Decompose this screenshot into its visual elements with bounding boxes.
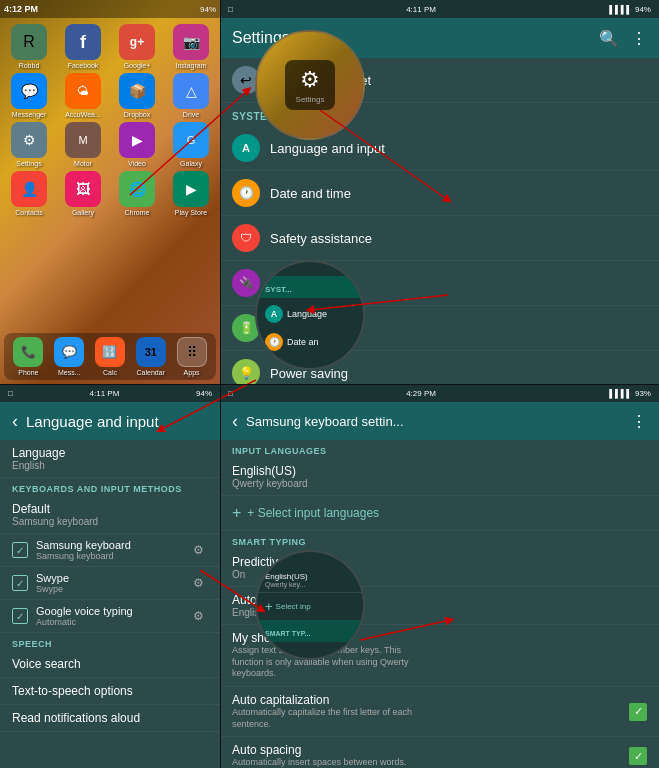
dock-apps[interactable]: ⠿ Apps bbox=[177, 337, 207, 376]
kb-more-options[interactable]: ⋮ bbox=[631, 412, 647, 431]
kb-back-button[interactable]: ‹ bbox=[232, 411, 238, 432]
swype-keyboard-item[interactable]: ✓ Swype Swype ⚙ bbox=[0, 567, 220, 600]
swype-text: Swype Swype bbox=[36, 572, 180, 594]
auto-spacing-item[interactable]: Auto spacing Automatically insert spaces… bbox=[220, 737, 659, 768]
settings-status-left: □ bbox=[228, 5, 233, 14]
app-drive-icon: △ bbox=[173, 73, 209, 109]
tts-item[interactable]: Text-to-speech options bbox=[0, 678, 220, 705]
battery-percent: 94% bbox=[635, 5, 651, 14]
list-item[interactable]: ▶ Video bbox=[112, 122, 162, 167]
home-status-icons: 94% bbox=[200, 5, 216, 14]
kb-header: ‹ Samsung keyboard settin... ⋮ bbox=[220, 402, 659, 440]
lang-header: ‹ Language and input bbox=[0, 402, 220, 440]
list-item[interactable]: f Facebook bbox=[58, 24, 108, 69]
auto-replacement-title: Auto replacement bbox=[232, 593, 326, 607]
lang-time: 4:11 PM bbox=[90, 389, 120, 398]
power-label: Power saving bbox=[270, 366, 348, 381]
list-item[interactable]: R Robbd bbox=[4, 24, 54, 69]
auto-cap-checkbox[interactable]: ✓ bbox=[629, 703, 647, 721]
language-input-screen: □ 4:11 PM 94% ‹ Language and input Langu… bbox=[0, 384, 220, 768]
settings-status-right: ▌▌▌▌ 94% bbox=[609, 5, 651, 14]
safety-icon: 🛡 bbox=[232, 224, 260, 252]
more-options-icon[interactable]: ⋮ bbox=[631, 29, 647, 48]
kb-content: INPUT LANGUAGES English(US) Qwerty keybo… bbox=[220, 440, 659, 768]
list-item[interactable]: G Galaxy bbox=[166, 122, 216, 167]
samsung-keyboard-settings-button[interactable]: ⚙ bbox=[188, 540, 208, 560]
dock-internet[interactable]: 🔢 Calc bbox=[95, 337, 125, 376]
google-voice-item[interactable]: ✓ Google voice typing Automatic ⚙ bbox=[0, 600, 220, 633]
kb-header-left: ‹ Samsung keyboard settin... bbox=[232, 411, 404, 432]
input-language-info: English(US) Qwerty keyboard bbox=[232, 464, 308, 489]
list-item[interactable]: ▶ Play Store bbox=[166, 171, 216, 216]
dock-phone[interactable]: 📞 Phone bbox=[13, 337, 43, 376]
list-item[interactable]: 👤 Contacts bbox=[4, 171, 54, 216]
accessories-icon: 🔌 bbox=[232, 269, 260, 297]
lang-battery: 94% bbox=[196, 389, 212, 398]
kb-page-title: Samsung keyboard settin... bbox=[246, 414, 404, 429]
auto-spacing-checkbox[interactable]: ✓ bbox=[629, 747, 647, 765]
language-icon: A bbox=[232, 134, 260, 162]
list-item[interactable]: g+ Google+ bbox=[112, 24, 162, 69]
settings-item-backup[interactable]: ↩ Backup and reset bbox=[220, 58, 659, 103]
select-languages-label: + Select input languages bbox=[247, 506, 379, 520]
list-item[interactable]: ⚙ Settings bbox=[4, 122, 54, 167]
language-item[interactable]: Language English bbox=[0, 440, 220, 478]
voice-search-title: Voice search bbox=[12, 657, 208, 671]
input-language-title: English(US) bbox=[232, 464, 308, 478]
settings-item-language[interactable]: A Language and input bbox=[220, 126, 659, 171]
read-notifs-item[interactable]: Read notifications aloud bbox=[0, 705, 220, 732]
internet-icon: 🔢 bbox=[95, 337, 125, 367]
keyboard-settings-screen: □ 4:29 PM ▌▌▌▌ 93% ‹ Samsung keyboard se… bbox=[220, 384, 659, 768]
auto-cap-item[interactable]: Auto capitalization Automatically capita… bbox=[220, 687, 659, 737]
app-chrome-icon: 🌐 bbox=[119, 171, 155, 207]
dock-calendar[interactable]: 31 Calendar bbox=[136, 337, 166, 376]
list-item[interactable]: 🖼 Gallery bbox=[58, 171, 108, 216]
list-item[interactable]: 📦 Dropbox bbox=[112, 73, 162, 118]
default-title: Default bbox=[12, 502, 208, 516]
vertical-divider bbox=[220, 0, 221, 768]
my-shortcuts-item[interactable]: My shortcuts Assign text shortcuts to nu… bbox=[220, 625, 659, 687]
samsung-check: ✓ bbox=[12, 542, 28, 558]
input-language-sub: Qwerty keyboard bbox=[232, 478, 308, 489]
settings-item-accessories[interactable]: 🔌 Accessories bbox=[220, 261, 659, 306]
samsung-keyboard-item[interactable]: ✓ Samsung keyboard Samsung keyboard ⚙ bbox=[0, 534, 220, 567]
power-icon: 💡 bbox=[232, 359, 260, 384]
speech-section-label: SPEECH bbox=[0, 633, 220, 651]
battery-settings-icon: 🔋 bbox=[232, 314, 260, 342]
phone-icon: 📞 bbox=[13, 337, 43, 367]
horizontal-divider bbox=[0, 384, 659, 385]
voice-search-item[interactable]: Voice search bbox=[0, 651, 220, 678]
backup-icon: ↩ bbox=[232, 66, 260, 94]
settings-item-safety[interactable]: 🛡 Safety assistance bbox=[220, 216, 659, 261]
my-shortcuts-info: My shortcuts Assign text shortcuts to nu… bbox=[232, 631, 432, 680]
back-button[interactable]: ‹ bbox=[12, 411, 18, 432]
google-voice-settings-button[interactable]: ⚙ bbox=[188, 606, 208, 626]
my-shortcuts-title: My shortcuts bbox=[232, 631, 432, 645]
default-keyboard-item[interactable]: Default Samsung keyboard bbox=[0, 496, 220, 534]
predictive-text-title: Predictive text bbox=[232, 555, 307, 569]
search-icon[interactable]: 🔍 bbox=[599, 29, 619, 48]
list-item[interactable]: M Motor bbox=[58, 122, 108, 167]
list-item[interactable]: 🌐 Chrome bbox=[112, 171, 162, 216]
settings-header-icons: 🔍 ⋮ bbox=[599, 29, 647, 48]
list-item[interactable]: 🌤 AccuWea... bbox=[58, 73, 108, 118]
settings-item-battery[interactable]: 🔋 Battery bbox=[220, 306, 659, 351]
auto-replacement-item[interactable]: Auto replacement English(US) bbox=[220, 587, 659, 625]
kb-status-right: ▌▌▌▌ 93% bbox=[609, 389, 651, 398]
settings-item-power[interactable]: 💡 Power saving bbox=[220, 351, 659, 384]
kb-signal-icon: ▌▌▌▌ bbox=[609, 389, 632, 398]
app-accuweather-icon: 🌤 bbox=[65, 73, 101, 109]
input-language-item[interactable]: English(US) Qwerty keyboard bbox=[220, 458, 659, 496]
swype-settings-button[interactable]: ⚙ bbox=[188, 573, 208, 593]
list-item[interactable]: △ Drive bbox=[166, 73, 216, 118]
datetime-icon: 🕐 bbox=[232, 179, 260, 207]
default-value: Samsung keyboard bbox=[12, 516, 208, 527]
dock-messages[interactable]: 💬 Mess... bbox=[54, 337, 84, 376]
predictive-text-item[interactable]: Predictive text On bbox=[220, 549, 659, 587]
predictive-text-info: Predictive text On bbox=[232, 555, 307, 580]
select-languages-item[interactable]: + + Select input languages bbox=[220, 496, 659, 531]
system-section-label: SYSTEM bbox=[220, 103, 659, 126]
settings-item-datetime[interactable]: 🕐 Date and time bbox=[220, 171, 659, 216]
list-item[interactable]: 💬 Messenger bbox=[4, 73, 54, 118]
list-item[interactable]: 📷 Instagram bbox=[166, 24, 216, 69]
